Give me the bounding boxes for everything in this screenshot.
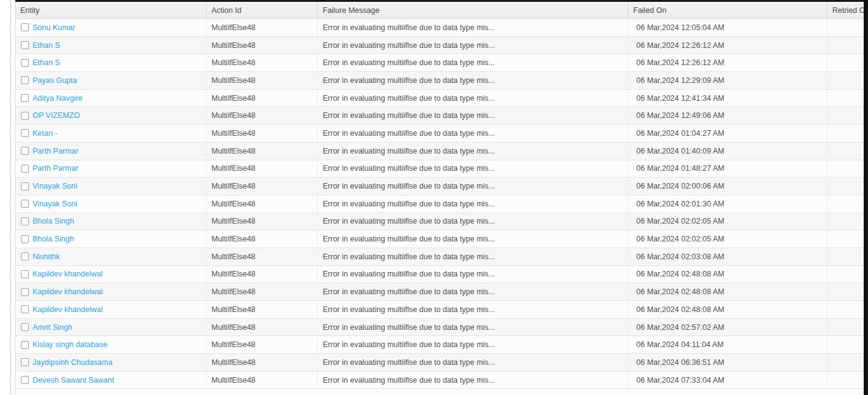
entity-cell: Nishithk xyxy=(15,248,207,265)
table-row: Devesh Sawant Sawant MultiIfElse48 Error… xyxy=(15,372,864,389)
retried-on-cell xyxy=(827,213,864,230)
entity-link[interactable]: Sonu Kumar xyxy=(33,23,75,32)
row-checkbox[interactable] xyxy=(21,323,29,331)
failure-message-cell: Error in evaluating multiiflse due to da… xyxy=(318,283,628,300)
row-checkbox[interactable] xyxy=(21,23,29,31)
row-checkbox[interactable] xyxy=(21,235,29,243)
table-row: Ethan S MultiIfElse48 Error in evaluatin… xyxy=(15,37,864,55)
action-id-cell: MultiIfElse48 xyxy=(207,160,318,178)
row-checkbox[interactable] xyxy=(21,41,29,49)
failed-on-cell: 06 Mar,2024 02:02:05 AM xyxy=(628,230,827,248)
entity-cell: Amrit Singh xyxy=(15,319,207,336)
entity-link[interactable]: Kapildev khandelwal xyxy=(33,287,103,296)
entity-link[interactable]: Aditya Navgire xyxy=(33,94,82,103)
entity-link[interactable]: Amrit Singh xyxy=(33,323,73,332)
table-row: Kapildev khandelwal MultiIfElse48 Error … xyxy=(15,301,864,319)
retried-on-cell xyxy=(827,354,864,371)
row-checkbox[interactable] xyxy=(21,358,29,366)
entity-link[interactable]: Jaydipsinh Chudasama xyxy=(33,358,112,367)
retried-on-cell xyxy=(827,160,864,178)
entity-link[interactable]: Ketan - xyxy=(33,129,57,138)
failure-message-cell: Error in evaluating multiiflse due to da… xyxy=(318,37,628,54)
failure-message-cell: Error in evaluating multiiflse due to da… xyxy=(318,195,628,213)
row-checkbox[interactable] xyxy=(21,376,29,384)
row-checkbox[interactable] xyxy=(21,341,29,349)
retried-on-cell xyxy=(827,283,864,300)
entity-cell: Ethan S xyxy=(15,54,207,71)
table-row: Bhola Singh MultiIfElse48 Error in evalu… xyxy=(15,230,864,248)
row-checkbox[interactable] xyxy=(21,147,29,155)
entity-link[interactable]: Bhola Singh xyxy=(33,235,74,243)
table-body: Sonu Kumar MultiIfElse48 Error in evalua… xyxy=(15,19,864,395)
failed-on-cell: 06 Mar,2024 07:33:04 AM xyxy=(628,372,827,389)
action-id-cell: MultiIfElse48 xyxy=(207,125,318,142)
failed-on-cell: 06 Mar,2024 12:05:04 AM xyxy=(628,19,827,36)
row-checkbox[interactable] xyxy=(21,59,29,67)
column-header-failed-on[interactable]: Failed On xyxy=(628,2,827,18)
column-header-action-id[interactable]: Action Id xyxy=(207,2,318,18)
column-header-entity[interactable]: Entity xyxy=(15,2,207,18)
entity-link[interactable]: Parth Parmar xyxy=(33,147,78,155)
row-checkbox[interactable] xyxy=(21,165,29,173)
entity-link[interactable]: Kapildev khandelwal xyxy=(33,270,103,278)
action-id-cell: MultiIfElse48 xyxy=(207,90,318,107)
action-id-cell: MultiIfElse48 xyxy=(207,354,318,371)
entity-cell: Bhola Singh xyxy=(15,230,207,248)
action-id-cell: MultiIfElse48 xyxy=(207,72,318,89)
failure-message-cell: Error in evaluating multiiflse due to da… xyxy=(318,107,628,124)
entity-link[interactable]: Parth Parmar xyxy=(33,164,78,173)
entity-link[interactable]: Ethan S xyxy=(33,58,60,67)
failure-message-cell: Error in evaluating multiiflse due to da… xyxy=(318,143,628,160)
row-checkbox[interactable] xyxy=(21,200,29,208)
entity-cell: Sonu Kumar xyxy=(15,19,207,36)
row-checkbox[interactable] xyxy=(21,112,29,120)
action-id-cell: MultiIfElse48 xyxy=(207,54,318,71)
entity-cell: Jaydipsinh Chudasama xyxy=(15,354,207,371)
row-checkbox[interactable] xyxy=(21,305,29,313)
failed-on-cell: 06 Mar,2024 12:41:34 AM xyxy=(628,90,827,107)
entity-link[interactable]: Kapildev khandelwal xyxy=(33,305,103,314)
action-id-cell: MultiIfElse48 xyxy=(207,283,318,300)
entity-cell: Parth Parmar xyxy=(15,143,207,160)
failed-on-cell: 06 Mar,2024 06:36:51 AM xyxy=(628,354,827,371)
failed-actions-table: Entity Action Id Failure Message Failed … xyxy=(15,0,864,395)
row-checkbox[interactable] xyxy=(21,288,29,296)
entity-link[interactable]: Nishithk xyxy=(33,252,60,261)
entity-link[interactable]: Vinayak Soni xyxy=(33,182,77,190)
failure-message-cell: Error in evaluating multiiflse due to da… xyxy=(318,213,628,230)
entity-link[interactable]: Ethan S xyxy=(33,41,60,50)
action-id-cell: MultiIfElse48 xyxy=(207,248,318,265)
entity-link[interactable]: Bhola Singh xyxy=(33,217,74,225)
row-checkbox[interactable] xyxy=(21,182,29,190)
entity-link[interactable]: Kislay singh database xyxy=(33,340,108,349)
row-checkbox[interactable] xyxy=(21,76,29,84)
row-checkbox[interactable] xyxy=(21,252,29,260)
retried-on-cell xyxy=(827,301,864,318)
failure-message-cell: Error in evaluating multiiflse due to da… xyxy=(318,319,628,336)
failed-on-cell: 06 Mar,2024 02:48:08 AM xyxy=(628,266,827,283)
action-id-cell: MultiIfElse48 xyxy=(207,301,318,318)
row-checkbox[interactable] xyxy=(21,217,29,225)
retried-on-cell xyxy=(827,230,864,248)
row-checkbox[interactable] xyxy=(21,129,29,137)
failure-message-cell: Error in evaluating multiiflse due to da… xyxy=(318,72,628,89)
column-header-failure-message[interactable]: Failure Message xyxy=(318,2,628,18)
entity-cell: Devesh Sawant Sawant xyxy=(15,372,207,389)
row-checkbox[interactable] xyxy=(21,270,29,278)
failed-on-cell: 06 Mar,2024 02:48:08 AM xyxy=(628,301,827,318)
entity-link[interactable]: Vinayak Soni xyxy=(33,200,77,208)
entity-cell: Kapildev khandelwal xyxy=(15,301,207,318)
retried-on-cell xyxy=(827,125,864,142)
failure-message-cell: Error in evaluating multiiflse due to da… xyxy=(318,54,628,71)
action-id-cell: MultiIfElse48 xyxy=(207,372,318,389)
retried-on-cell xyxy=(827,54,864,71)
entity-cell: Kapildev khandelwal xyxy=(15,266,207,283)
entity-cell: Aditya Navgire xyxy=(15,90,207,107)
retried-on-cell xyxy=(827,372,864,389)
entity-link[interactable]: OP VIZEMZO xyxy=(33,111,80,120)
entity-link[interactable]: Payas Gupta xyxy=(33,76,77,85)
row-checkbox[interactable] xyxy=(21,94,29,102)
entity-link[interactable]: Devesh Sawant Sawant xyxy=(33,376,114,385)
table-row: Amrit Singh MultiIfElse48 Error in evalu… xyxy=(15,319,864,337)
column-header-retried-on[interactable]: Retried On xyxy=(827,2,864,18)
